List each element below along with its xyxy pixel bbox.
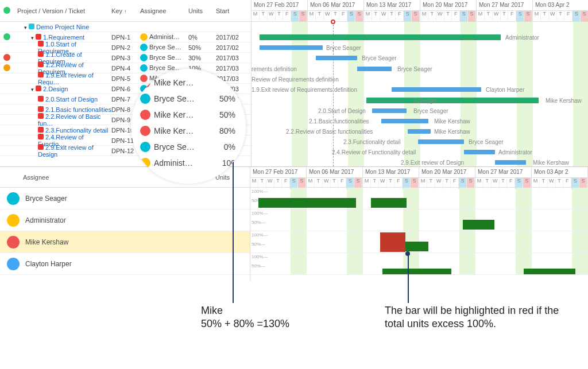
gantt-label: 1.9.Exit review of Requirements definiti…: [252, 87, 357, 93]
day-header: T: [444, 11, 452, 22]
gantt-bar[interactable]: [357, 67, 392, 71]
issue-type-icon: [38, 127, 44, 133]
gantt-bar[interactable]: [464, 150, 495, 154]
gantt-bar[interactable]: [418, 139, 464, 144]
gantt-label: Bryce Seager: [413, 108, 448, 114]
status-icon: [3, 64, 10, 71]
expand-icon[interactable]: ▾: [31, 87, 34, 92]
project-col-header[interactable]: Project / Version / Ticket: [14, 7, 111, 14]
gantt-label: Mike Kershaw: [546, 98, 582, 104]
gantt-bar[interactable]: [495, 160, 526, 165]
week-header: Mon 20 Mar 2017MTWTFSS: [419, 167, 475, 187]
gantt-label: Review of Requirements definition: [252, 76, 339, 83]
issue-type-icon: [36, 86, 41, 91]
gantt-bar[interactable]: [260, 45, 323, 50]
day-header: T: [276, 11, 284, 22]
task-name[interactable]: Demo Project Nine: [36, 24, 89, 30]
weekend-stripe: [404, 22, 420, 166]
day-header: T: [388, 11, 396, 22]
annotation-redbar: The bar will be highlighted in red if th…: [385, 304, 568, 330]
task-name[interactable]: 2.3.Functionality detail: [45, 127, 108, 134]
sort-asc-icon[interactable]: ↑: [124, 9, 127, 14]
gantt-label: Administrator: [498, 149, 532, 156]
day-header: W: [380, 11, 388, 22]
resource-row[interactable]: Bryce Seager: [0, 188, 250, 209]
task-key: DPN-1: [111, 34, 140, 41]
gantt-label: Clayton Harper: [486, 87, 524, 93]
task-name[interactable]: 2.0.Start of Design: [45, 96, 98, 103]
gantt-bar[interactable]: [392, 87, 481, 92]
start-value: 2017/03: [216, 65, 245, 72]
expand-icon[interactable]: ▾: [31, 35, 34, 41]
resource-row[interactable]: Administrator: [0, 209, 250, 231]
load-bar[interactable]: [405, 242, 428, 251]
task-name[interactable]: 2.1.Basic functionalities: [45, 106, 111, 113]
week-header: Mon 27 Mar 2017MTWTFSS: [477, 0, 533, 21]
load-bar[interactable]: [463, 220, 494, 230]
issue-type-icon: [38, 61, 44, 67]
task-key: DPN-4: [111, 65, 140, 72]
gantt-bar[interactable]: [316, 56, 357, 60]
resource-load-row: 100%—50%—: [250, 209, 588, 231]
assignee-col-header[interactable]: Assignee: [140, 7, 188, 14]
avatar-icon: [7, 236, 20, 248]
issue-type-icon: [38, 51, 44, 57]
load-bar[interactable]: [524, 269, 575, 274]
gantt-bar[interactable]: [372, 108, 407, 113]
annotation-mike: Mike 50% + 80% =130%: [201, 304, 289, 331]
key-col-header[interactable]: Key ↑: [111, 7, 140, 14]
load-bar[interactable]: [380, 232, 405, 252]
load-bar[interactable]: [371, 198, 407, 208]
units-col-header[interactable]: Units: [188, 7, 216, 14]
avatar-icon: [140, 54, 148, 61]
issue-type-icon: [38, 106, 44, 112]
avatar-icon: [7, 258, 20, 270]
resource-row[interactable]: Mike Kershaw: [0, 231, 250, 253]
issue-type-icon: [38, 134, 44, 139]
task-row[interactable]: ▾Demo Project Nine: [0, 22, 251, 32]
gantt-bar[interactable]: [260, 34, 501, 40]
day-header: F: [339, 11, 347, 22]
gantt-label: Bryce Seager: [362, 55, 397, 61]
gantt-label: Administrator: [505, 34, 539, 41]
expand-icon[interactable]: ▾: [24, 25, 27, 30]
day-header: M: [308, 11, 316, 22]
task-name[interactable]: 2.9.Exit review of Design: [38, 144, 94, 158]
day-header: S: [404, 11, 412, 22]
status-col-header: [0, 7, 14, 15]
avatar-icon: [140, 64, 148, 72]
day-header: F: [508, 11, 516, 22]
resource-load-row: 100%—50%—: [250, 253, 588, 275]
issue-type-icon: [38, 72, 44, 77]
gantt-label: 2.2.Review of Basic functionalities: [286, 129, 373, 135]
resource-load-row: 100%—50%—: [250, 231, 588, 253]
task-key: DPN-3: [111, 55, 140, 61]
week-header: Mon 06 Mar 2017MTWTFSS: [307, 167, 363, 187]
day-header: T: [485, 11, 493, 22]
day-header: S: [524, 11, 532, 22]
gantt-bar[interactable]: [408, 129, 431, 134]
day-header: W: [493, 11, 501, 22]
gantt-bar[interactable]: [381, 119, 428, 123]
week-header: Mon 27 Mar 2017MTWTFSS: [475, 167, 532, 187]
day-header: W: [549, 11, 557, 22]
task-name[interactable]: 2.2.Review of Basic fun…: [38, 113, 101, 127]
start-col-header[interactable]: Start: [216, 7, 245, 14]
anno-dot-2: [405, 251, 410, 256]
week-header: Mon 03 Apr 2MTWTFSS: [532, 167, 588, 187]
avatar-icon: [140, 44, 148, 51]
task-name[interactable]: 2.Design: [43, 86, 68, 92]
load-bar[interactable]: [382, 269, 451, 274]
task-name[interactable]: 1.Requirement: [43, 34, 84, 41]
gantt-label: Bryce Seager: [326, 45, 361, 51]
load-bar[interactable]: [258, 198, 356, 208]
gantt-label: 2.1.Basic functionalities: [309, 118, 369, 125]
resource-row[interactable]: Clayton Harper: [0, 253, 250, 275]
gantt-label: 2.4.Review of Functionality detail: [332, 149, 416, 156]
weekend-stripe: [292, 22, 308, 166]
task-name[interactable]: 1.9.Exit review of Requ…: [38, 72, 94, 86]
day-header: T: [428, 11, 436, 22]
gantt-bar[interactable]: [366, 98, 539, 103]
day-header: F: [396, 11, 404, 22]
day-header: M: [252, 11, 260, 22]
